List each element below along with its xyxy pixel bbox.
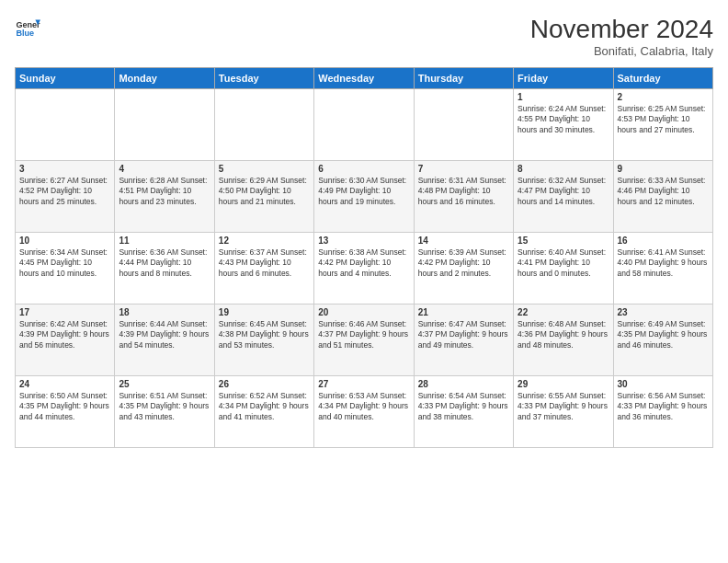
calendar-cell: 28Sunrise: 6:54 AM Sunset: 4:33 PM Dayli… — [414, 376, 513, 448]
day-number: 4 — [119, 164, 210, 174]
calendar-cell: 14Sunrise: 6:39 AM Sunset: 4:42 PM Dayli… — [414, 233, 513, 304]
day-number: 7 — [418, 164, 509, 174]
cell-info: Sunrise: 6:38 AM Sunset: 4:42 PM Dayligh… — [318, 247, 409, 279]
calendar-cell — [314, 89, 414, 161]
day-number: 9 — [618, 164, 709, 174]
cell-info: Sunrise: 6:28 AM Sunset: 4:51 PM Dayligh… — [119, 176, 210, 207]
cell-info: Sunrise: 6:31 AM Sunset: 4:48 PM Dayligh… — [418, 176, 509, 207]
calendar-cell — [16, 89, 115, 161]
logo: General Blue — [15, 15, 40, 40]
calendar-cell: 27Sunrise: 6:53 AM Sunset: 4:34 PM Dayli… — [314, 376, 414, 448]
main-title: November 2024 — [530, 15, 713, 44]
day-number: 17 — [19, 307, 110, 317]
col-header-thursday: Thursday — [414, 68, 513, 89]
col-header-wednesday: Wednesday — [314, 68, 414, 89]
calendar-cell: 26Sunrise: 6:52 AM Sunset: 4:34 PM Dayli… — [214, 376, 313, 448]
title-block: November 2024 Bonifati, Calabria, Italy — [530, 15, 713, 58]
cell-info: Sunrise: 6:46 AM Sunset: 4:37 PM Dayligh… — [318, 319, 409, 350]
col-header-tuesday: Tuesday — [214, 68, 313, 89]
cell-info: Sunrise: 6:39 AM Sunset: 4:42 PM Dayligh… — [418, 247, 509, 279]
calendar-cell: 3Sunrise: 6:27 AM Sunset: 4:52 PM Daylig… — [16, 161, 115, 233]
day-number: 28 — [418, 379, 509, 389]
cell-info: Sunrise: 6:54 AM Sunset: 4:33 PM Dayligh… — [418, 391, 509, 422]
calendar-cell: 4Sunrise: 6:28 AM Sunset: 4:51 PM Daylig… — [115, 161, 214, 233]
cell-info: Sunrise: 6:27 AM Sunset: 4:52 PM Dayligh… — [19, 176, 110, 207]
calendar-cell: 22Sunrise: 6:48 AM Sunset: 4:36 PM Dayli… — [514, 304, 613, 376]
cell-info: Sunrise: 6:55 AM Sunset: 4:33 PM Dayligh… — [518, 391, 609, 422]
cell-info: Sunrise: 6:47 AM Sunset: 4:37 PM Dayligh… — [418, 319, 509, 350]
day-number: 11 — [119, 236, 210, 246]
day-number: 30 — [618, 379, 709, 389]
cell-info: Sunrise: 6:34 AM Sunset: 4:45 PM Dayligh… — [19, 247, 110, 279]
cell-info: Sunrise: 6:45 AM Sunset: 4:38 PM Dayligh… — [219, 319, 310, 350]
day-number: 18 — [119, 307, 210, 317]
cell-info: Sunrise: 6:32 AM Sunset: 4:47 PM Dayligh… — [518, 176, 609, 207]
calendar-cell: 30Sunrise: 6:56 AM Sunset: 4:33 PM Dayli… — [613, 376, 712, 448]
day-number: 23 — [618, 307, 709, 317]
calendar-cell: 20Sunrise: 6:46 AM Sunset: 4:37 PM Dayli… — [314, 304, 414, 376]
week-row-0: 1Sunrise: 6:24 AM Sunset: 4:55 PM Daylig… — [16, 89, 713, 161]
calendar-cell: 17Sunrise: 6:42 AM Sunset: 4:39 PM Dayli… — [16, 304, 115, 376]
svg-text:Blue: Blue — [16, 29, 34, 38]
day-number: 2 — [618, 92, 709, 102]
day-number: 14 — [418, 236, 509, 246]
day-number: 6 — [318, 164, 409, 174]
day-number: 20 — [318, 307, 409, 317]
cell-info: Sunrise: 6:37 AM Sunset: 4:43 PM Dayligh… — [219, 247, 310, 279]
cell-info: Sunrise: 6:49 AM Sunset: 4:35 PM Dayligh… — [618, 319, 709, 350]
cell-info: Sunrise: 6:40 AM Sunset: 4:41 PM Dayligh… — [518, 247, 609, 279]
calendar-cell: 21Sunrise: 6:47 AM Sunset: 4:37 PM Dayli… — [414, 304, 513, 376]
day-number: 26 — [219, 379, 310, 389]
cell-info: Sunrise: 6:24 AM Sunset: 4:55 PM Dayligh… — [518, 104, 609, 135]
header: General Blue November 2024 Bonifati, Cal… — [15, 15, 713, 58]
cell-info: Sunrise: 6:29 AM Sunset: 4:50 PM Dayligh… — [219, 176, 310, 207]
week-row-1: 3Sunrise: 6:27 AM Sunset: 4:52 PM Daylig… — [16, 161, 713, 233]
subtitle: Bonifati, Calabria, Italy — [530, 44, 713, 58]
day-number: 22 — [518, 307, 609, 317]
day-number: 24 — [19, 379, 110, 389]
calendar-cell: 12Sunrise: 6:37 AM Sunset: 4:43 PM Dayli… — [214, 233, 313, 304]
calendar-cell: 7Sunrise: 6:31 AM Sunset: 4:48 PM Daylig… — [414, 161, 513, 233]
day-number: 21 — [418, 307, 509, 317]
calendar-cell: 23Sunrise: 6:49 AM Sunset: 4:35 PM Dayli… — [613, 304, 712, 376]
day-number: 10 — [19, 236, 110, 246]
logo-icon: General Blue — [15, 15, 40, 40]
day-number: 19 — [219, 307, 310, 317]
cell-info: Sunrise: 6:50 AM Sunset: 4:35 PM Dayligh… — [19, 391, 110, 422]
cell-info: Sunrise: 6:51 AM Sunset: 4:35 PM Dayligh… — [119, 391, 210, 422]
week-row-3: 17Sunrise: 6:42 AM Sunset: 4:39 PM Dayli… — [16, 304, 713, 376]
cell-info: Sunrise: 6:25 AM Sunset: 4:53 PM Dayligh… — [618, 104, 709, 135]
day-number: 13 — [318, 236, 409, 246]
day-number: 8 — [518, 164, 609, 174]
week-row-2: 10Sunrise: 6:34 AM Sunset: 4:45 PM Dayli… — [16, 233, 713, 304]
day-number: 1 — [518, 92, 609, 102]
day-number: 29 — [518, 379, 609, 389]
calendar-cell: 6Sunrise: 6:30 AM Sunset: 4:49 PM Daylig… — [314, 161, 414, 233]
cell-info: Sunrise: 6:41 AM Sunset: 4:40 PM Dayligh… — [618, 247, 709, 279]
cell-info: Sunrise: 6:56 AM Sunset: 4:33 PM Dayligh… — [618, 391, 709, 422]
cell-info: Sunrise: 6:30 AM Sunset: 4:49 PM Dayligh… — [318, 176, 409, 207]
calendar-cell: 13Sunrise: 6:38 AM Sunset: 4:42 PM Dayli… — [314, 233, 414, 304]
calendar-cell — [115, 89, 214, 161]
day-number: 16 — [618, 236, 709, 246]
calendar-cell: 18Sunrise: 6:44 AM Sunset: 4:39 PM Dayli… — [115, 304, 214, 376]
header-row: SundayMondayTuesdayWednesdayThursdayFrid… — [16, 68, 713, 89]
calendar-cell: 25Sunrise: 6:51 AM Sunset: 4:35 PM Dayli… — [115, 376, 214, 448]
col-header-monday: Monday — [115, 68, 214, 89]
day-number: 27 — [318, 379, 409, 389]
calendar-cell: 19Sunrise: 6:45 AM Sunset: 4:38 PM Dayli… — [214, 304, 313, 376]
calendar-cell: 10Sunrise: 6:34 AM Sunset: 4:45 PM Dayli… — [16, 233, 115, 304]
calendar-cell: 1Sunrise: 6:24 AM Sunset: 4:55 PM Daylig… — [514, 89, 613, 161]
calendar-cell: 16Sunrise: 6:41 AM Sunset: 4:40 PM Dayli… — [613, 233, 712, 304]
calendar-cell: 11Sunrise: 6:36 AM Sunset: 4:44 PM Dayli… — [115, 233, 214, 304]
day-number: 12 — [219, 236, 310, 246]
calendar-cell: 15Sunrise: 6:40 AM Sunset: 4:41 PM Dayli… — [514, 233, 613, 304]
day-number: 15 — [518, 236, 609, 246]
cell-info: Sunrise: 6:52 AM Sunset: 4:34 PM Dayligh… — [219, 391, 310, 422]
col-header-friday: Friday — [514, 68, 613, 89]
calendar-cell: 5Sunrise: 6:29 AM Sunset: 4:50 PM Daylig… — [214, 161, 313, 233]
week-row-4: 24Sunrise: 6:50 AM Sunset: 4:35 PM Dayli… — [16, 376, 713, 448]
calendar-cell: 9Sunrise: 6:33 AM Sunset: 4:46 PM Daylig… — [613, 161, 712, 233]
calendar-cell: 2Sunrise: 6:25 AM Sunset: 4:53 PM Daylig… — [613, 89, 712, 161]
cell-info: Sunrise: 6:53 AM Sunset: 4:34 PM Dayligh… — [318, 391, 409, 422]
